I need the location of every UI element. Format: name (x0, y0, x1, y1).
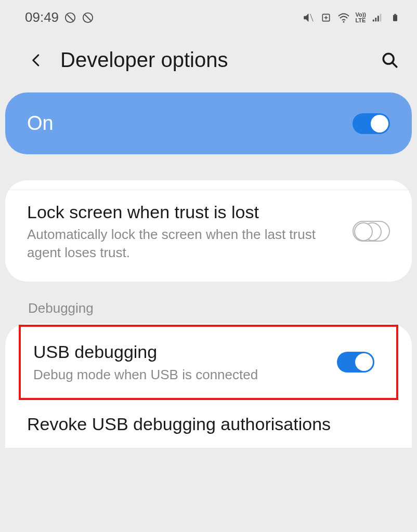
setting-text: Lock screen when trust is lost Automatic… (27, 201, 353, 262)
search-icon (381, 51, 399, 69)
setting-subtitle-lock-screen: Automatically lock the screen when the l… (27, 225, 342, 262)
setting-row-lock-screen-trust[interactable]: Lock screen when trust is lost Automatic… (5, 190, 412, 272)
battery-icon (389, 11, 401, 24)
app-icon-2 (82, 11, 94, 24)
status-bar-left: 09:49 (25, 9, 94, 25)
highlight-usb-debugging: USB debugging Debug mode when USB is con… (19, 325, 398, 400)
setting-title-lock-screen: Lock screen when trust is lost (27, 201, 342, 223)
search-button[interactable] (379, 49, 401, 72)
master-toggle-row[interactable]: On (5, 92, 412, 154)
setting-title-revoke-usb: Revoke USB debugging authorisations (27, 413, 390, 435)
section-header-debugging: Debugging (0, 282, 417, 324)
back-button[interactable] (26, 50, 47, 71)
setting-text: USB debugging Debug mode when USB is con… (33, 340, 337, 383)
signal-icon (371, 11, 384, 24)
app-icon-1 (64, 11, 76, 24)
setting-row-usb-debugging[interactable]: USB debugging Debug mode when USB is con… (21, 327, 396, 397)
master-toggle-switch[interactable] (353, 113, 390, 134)
status-bar: 09:49 Vo))LTE (0, 0, 417, 32)
svg-rect-5 (375, 18, 376, 21)
lock-screen-toggle-switch[interactable] (353, 221, 390, 242)
setting-row-revoke-usb[interactable]: Revoke USB debugging authorisations (5, 400, 412, 448)
svg-rect-6 (377, 16, 379, 21)
svg-rect-4 (373, 19, 374, 21)
app-header: Developer options (0, 32, 417, 92)
mute-vibrate-icon (302, 11, 315, 24)
status-time: 09:49 (25, 9, 59, 25)
settings-card-trust: Lock screen when trust is lost Automatic… (5, 180, 412, 282)
setting-subtitle-usb-debugging: Debug mode when USB is connected (33, 366, 327, 384)
svg-rect-9 (394, 14, 396, 15)
svg-rect-7 (380, 14, 382, 21)
settings-card-debugging: USB debugging Debug mode when USB is con… (5, 324, 412, 448)
wifi-icon (337, 11, 350, 24)
master-toggle-label: On (27, 112, 54, 135)
svg-rect-8 (393, 15, 397, 21)
chevron-left-icon (29, 52, 44, 68)
status-bar-right: Vo))LTE (302, 11, 401, 24)
data-saver-icon (320, 11, 332, 24)
page-title: Developer options (60, 48, 379, 72)
setting-title-usb-debugging: USB debugging (33, 340, 327, 363)
volte-icon: Vo))LTE (355, 12, 366, 23)
usb-debugging-toggle-switch[interactable] (337, 352, 374, 373)
svg-point-3 (343, 21, 345, 22)
